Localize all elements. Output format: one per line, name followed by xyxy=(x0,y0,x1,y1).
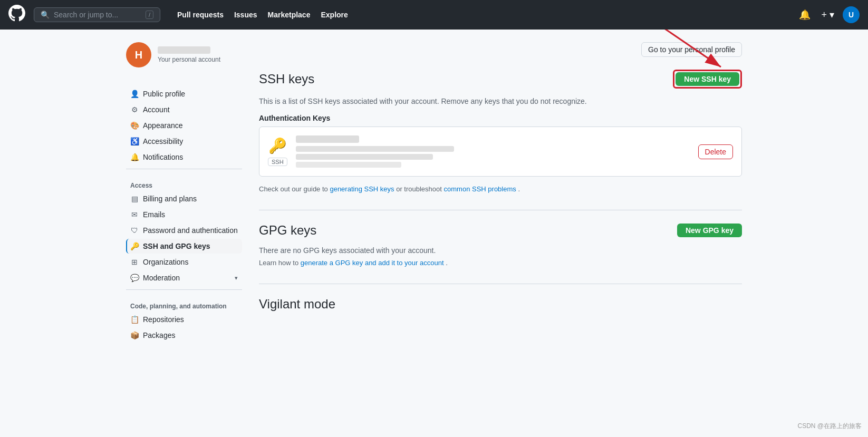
notifications-button[interactable]: 🔔 xyxy=(797,7,813,23)
mail-icon: ✉ xyxy=(130,210,139,219)
sidebar-label-moderation: Moderation xyxy=(143,274,180,282)
sidebar-label-account: Account xyxy=(143,105,170,114)
key-name-blurred xyxy=(296,135,359,143)
sidebar-label-repositories: Repositories xyxy=(143,315,184,324)
sidebar-item-billing[interactable]: ▤ Billing and plans xyxy=(126,191,242,206)
create-new-button[interactable]: + ▾ xyxy=(819,7,836,23)
sidebar-link-emails[interactable]: ✉ Emails xyxy=(126,207,242,222)
sidebar-divider-1 xyxy=(126,169,242,169)
section-divider-1 xyxy=(259,210,742,210)
helper-text-prefix: Check out our guide to xyxy=(259,185,330,193)
main-nav: Pull requests Issues Marketplace Explore xyxy=(173,7,352,22)
github-logo-icon[interactable] xyxy=(8,5,25,25)
sidebar-label-ssh-gpg: SSH and GPG keys xyxy=(143,242,210,250)
key-icon-wrapper: 🔑 SSH xyxy=(268,137,287,166)
go-to-profile-button[interactable]: Go to your personal profile xyxy=(641,42,742,57)
nav-marketplace[interactable]: Marketplace xyxy=(264,7,315,22)
gpg-learn-prefix: Learn how to xyxy=(259,259,301,267)
sidebar-personal-account-label: Your personal account xyxy=(158,56,220,63)
new-ssh-key-button[interactable]: New SSH key xyxy=(676,72,739,86)
sidebar-item-appearance[interactable]: 🎨 Appearance xyxy=(126,118,242,133)
sidebar-item-moderation[interactable]: 💬 Moderation ▾ xyxy=(126,270,242,285)
sidebar-item-account[interactable]: ⚙ Account xyxy=(126,102,242,117)
nav-issues[interactable]: Issues xyxy=(230,7,262,22)
search-icon: 🔍 xyxy=(41,11,50,19)
new-gpg-key-button[interactable]: New GPG key xyxy=(677,224,742,237)
gpg-learn-text: Learn how to generate a GPG key and add … xyxy=(259,259,742,267)
ssh-section-title: SSH keys xyxy=(259,72,314,86)
comment-icon: 💬 xyxy=(130,274,139,282)
key-fingerprint-blurred xyxy=(296,146,454,152)
sidebar-link-ssh-gpg[interactable]: 🔑 SSH and GPG keys xyxy=(126,239,242,254)
sidebar-link-accessibility[interactable]: ♿ Accessibility xyxy=(126,134,242,149)
key-fingerprint2-blurred xyxy=(296,154,433,160)
section-divider-2 xyxy=(259,284,742,284)
new-ssh-btn-wrapper: New SSH key xyxy=(673,70,742,89)
creditcard-icon: ▤ xyxy=(130,195,139,203)
person-icon: 👤 xyxy=(130,90,139,98)
sidebar-link-moderation[interactable]: 💬 Moderation ▾ xyxy=(126,270,242,285)
sidebar-link-appearance[interactable]: 🎨 Appearance xyxy=(126,118,242,133)
sidebar-link-packages[interactable]: 📦 Packages xyxy=(126,328,242,343)
ssh-section-description: This is a list of SSH keys associated wi… xyxy=(259,97,742,105)
sidebar-label-emails: Emails xyxy=(143,210,165,219)
repo-icon: 📋 xyxy=(130,315,139,324)
gpg-section-title: GPG keys xyxy=(259,223,316,238)
sidebar-profile: H Your personal account xyxy=(126,42,242,76)
gpg-learn-suffix: . xyxy=(446,259,448,267)
gear-icon: ⚙ xyxy=(130,105,139,114)
sidebar-item-organizations[interactable]: ⊞ Organizations xyxy=(126,255,242,269)
sidebar-avatar: H xyxy=(126,42,151,67)
nav-pull-requests[interactable]: Pull requests xyxy=(173,7,228,22)
ssh-key-icon: 🔑 xyxy=(268,137,287,154)
sidebar-link-repositories[interactable]: 📋 Repositories xyxy=(126,312,242,327)
slash-shortcut-badge: / xyxy=(146,11,153,19)
sidebar-label-notifications: Notifications xyxy=(143,153,183,161)
helper-text-suffix: . xyxy=(518,185,520,193)
ssh-type-badge: SSH xyxy=(268,158,287,166)
sidebar-item-password[interactable]: 🛡 Password and authentication xyxy=(126,223,242,238)
shield-icon: 🛡 xyxy=(130,226,139,235)
org-icon: ⊞ xyxy=(130,258,139,266)
sidebar-code-nav: 📋 Repositories 📦 Packages xyxy=(126,312,242,343)
auth-keys-title: Authentication Keys xyxy=(259,114,742,122)
delete-ssh-key-button[interactable]: Delete xyxy=(698,144,733,159)
sidebar-item-repositories[interactable]: 📋 Repositories xyxy=(126,312,242,327)
nav-explore[interactable]: Explore xyxy=(316,7,352,22)
sidebar-link-notifications[interactable]: 🔔 Notifications xyxy=(126,150,242,164)
sidebar-item-notifications[interactable]: 🔔 Notifications xyxy=(126,150,242,164)
navbar: 🔍 Search or jump to... / Pull requests I… xyxy=(0,0,868,30)
sidebar-link-billing[interactable]: ▤ Billing and plans xyxy=(126,191,242,206)
sidebar-label-organizations: Organizations xyxy=(143,258,188,266)
ssh-key-card: 🔑 SSH Delete xyxy=(259,127,742,177)
sidebar-link-organizations[interactable]: ⊞ Organizations xyxy=(126,255,242,269)
sidebar-label-password: Password and authentication xyxy=(143,226,238,235)
chevron-down-icon: ▾ xyxy=(235,275,238,281)
key-icon: 🔑 xyxy=(130,242,139,250)
settings-sidebar: H Your personal account 👤 Public profile… xyxy=(126,42,242,344)
profile-btn-row: Go to your personal profile xyxy=(259,42,742,57)
sidebar-label-appearance: Appearance xyxy=(143,121,183,130)
code-section-title: Code, planning, and automation xyxy=(126,294,242,312)
page-container: H Your personal account 👤 Public profile… xyxy=(118,30,750,356)
sidebar-label-public-profile: Public profile xyxy=(143,90,185,98)
search-input[interactable]: 🔍 Search or jump to... / xyxy=(34,7,160,22)
gpg-learn-link[interactable]: generate a GPG key and add it to your ac… xyxy=(301,259,444,267)
sidebar-label-accessibility: Accessibility xyxy=(143,137,183,145)
sidebar-link-password[interactable]: 🛡 Password and authentication xyxy=(126,223,242,238)
gpg-empty-text: There are no GPG keys associated with yo… xyxy=(259,246,742,255)
user-avatar[interactable]: U xyxy=(843,6,860,23)
sidebar-profile-info: Your personal account xyxy=(158,46,220,63)
sidebar-item-ssh-gpg[interactable]: 🔑 SSH and GPG keys xyxy=(126,239,242,254)
sidebar-item-public-profile[interactable]: 👤 Public profile xyxy=(126,86,242,101)
sidebar-access-nav: ▤ Billing and plans ✉ Emails 🛡 Password … xyxy=(126,191,242,285)
sidebar-link-public-profile[interactable]: 👤 Public profile xyxy=(126,86,242,101)
sidebar-item-accessibility[interactable]: ♿ Accessibility xyxy=(126,134,242,149)
sidebar-link-account[interactable]: ⚙ Account xyxy=(126,102,242,117)
sidebar-item-packages[interactable]: 📦 Packages xyxy=(126,328,242,343)
common-ssh-problems-link[interactable]: common SSH problems xyxy=(444,185,516,193)
sidebar-item-emails[interactable]: ✉ Emails xyxy=(126,207,242,222)
generating-ssh-keys-link[interactable]: generating SSH keys xyxy=(330,185,394,193)
new-ssh-key-highlight: New SSH key xyxy=(673,70,742,89)
key-details xyxy=(296,135,690,168)
